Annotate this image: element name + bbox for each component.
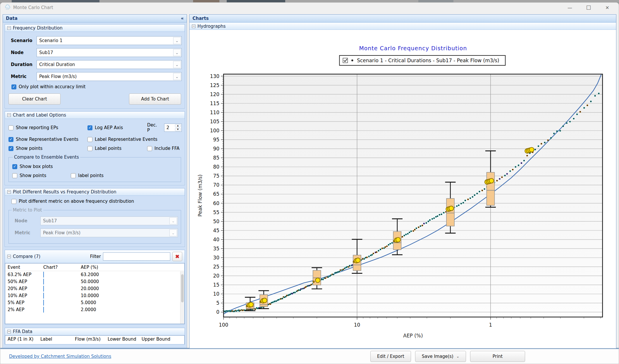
options-label-representative-events-label: Label Representative Events bbox=[95, 137, 157, 142]
y-axis-tick-label: 5 bbox=[216, 300, 219, 306]
options-log-aep-axis-checkbox[interactable] bbox=[87, 125, 92, 130]
frequency-metric-select[interactable]: Peak Flow (m3/s)⌄ bbox=[37, 72, 182, 81]
developer-credit-link[interactable]: Developed by Catchment Simulation Soluti… bbox=[9, 354, 111, 359]
compare-ensemble-group: Compare to Ensemble Events Show box plot… bbox=[8, 155, 181, 182]
chart-label-options-title: Chart and Label Options bbox=[13, 112, 66, 118]
legend-checkbox[interactable] bbox=[343, 58, 348, 63]
frequency-node-select[interactable]: Sub17⌄ bbox=[37, 48, 182, 57]
hydrographs-title: Hydrographs bbox=[197, 24, 226, 29]
table-row[interactable]: 5% AEP5.0000 bbox=[5, 299, 184, 306]
y-axis-tick-label: 95 bbox=[213, 137, 220, 143]
frequency-distribution-header[interactable]: − Frequency Distribution bbox=[5, 25, 185, 32]
only-plot-accuracy-checkbox[interactable] bbox=[11, 84, 16, 89]
compare-chart-checkbox[interactable] bbox=[43, 279, 44, 285]
collapse-section-icon[interactable]: − bbox=[7, 113, 11, 117]
chart-title: Monte Carlo Frequency Distribution bbox=[359, 45, 467, 51]
frequency-distribution-section: − Frequency Distribution ScenarioScenari… bbox=[5, 24, 185, 108]
plot-different-header[interactable]: − Plot Different Results vs Frequency Di… bbox=[5, 188, 185, 196]
dec-p-spinner[interactable]: 2▲▼ bbox=[164, 124, 182, 132]
table-row[interactable]: 20% AEP20.0000 bbox=[5, 285, 184, 292]
edit-export-button[interactable]: Edit / Export bbox=[370, 351, 411, 362]
metric-to-plot-title: Metric to Plot bbox=[12, 207, 43, 213]
add-to-chart-button[interactable]: Add To Chart bbox=[129, 93, 181, 105]
y-axis-tick-label: 100 bbox=[210, 128, 219, 134]
collapse-section-icon[interactable]: − bbox=[7, 190, 11, 194]
ensemble-label-points-checkbox[interactable] bbox=[71, 173, 76, 178]
options-label-representative-events-checkbox[interactable] bbox=[87, 137, 92, 142]
y-axis-tick-label: 55 bbox=[213, 209, 220, 215]
metric-to-plot-node-value: Sub17 bbox=[43, 218, 57, 223]
compare-aep-cell: 50.0000 bbox=[81, 279, 125, 284]
chevron-down-icon[interactable]: ⌄ bbox=[173, 49, 181, 56]
chevron-down-icon[interactable]: ⌄ bbox=[173, 37, 181, 44]
y-axis-tick-label: 80 bbox=[213, 164, 220, 170]
app-icon bbox=[4, 4, 11, 11]
ffa-column-label: Label bbox=[40, 337, 75, 342]
chevron-down-icon[interactable]: ⌄ bbox=[173, 61, 181, 68]
plot-different-metric-checkbox[interactable] bbox=[11, 199, 16, 204]
compare-chart-checkbox[interactable] bbox=[43, 300, 44, 306]
frequency-distribution-chart[interactable]: Monte Carlo Frequency DistributionScenar… bbox=[190, 30, 616, 348]
collapse-section-icon[interactable]: − bbox=[7, 330, 11, 333]
ensemble-show-box-plots-checkbox[interactable] bbox=[12, 164, 17, 169]
frequency-node-value: Sub17 bbox=[39, 50, 53, 55]
collapse-panel-icon[interactable]: « bbox=[181, 16, 184, 21]
y-axis-tick-label: 45 bbox=[213, 228, 220, 233]
collapse-section-icon[interactable]: − bbox=[7, 26, 11, 30]
collapse-section-icon[interactable]: − bbox=[192, 25, 195, 28]
compare-chart-checkbox[interactable] bbox=[43, 272, 44, 278]
window-title: Monte Carlo Chart bbox=[13, 5, 53, 10]
maximize-button[interactable]: ☐ bbox=[584, 4, 593, 11]
table-row[interactable]: 50% AEP50.0000 bbox=[5, 278, 184, 285]
table-row[interactable]: 63.2% AEP63.2000 bbox=[5, 271, 184, 278]
dec-p-label: Dec. P bbox=[147, 122, 161, 133]
y-axis-tick-label: 125 bbox=[210, 82, 219, 88]
frequency-scenario-label: Scenario bbox=[11, 38, 37, 43]
save-images-button[interactable]: Save Image(s) ⌄ bbox=[415, 351, 466, 362]
clear-filter-button[interactable]: ✖ bbox=[172, 252, 182, 261]
frequency-duration-select[interactable]: Critical Duration⌄ bbox=[37, 60, 182, 69]
spinner-down-icon[interactable]: ▼ bbox=[175, 128, 181, 131]
compare-chart-checkbox[interactable] bbox=[43, 293, 44, 299]
spinner-up-icon[interactable]: ▲ bbox=[175, 124, 181, 127]
compare-aep-cell: 63.2000 bbox=[81, 272, 125, 277]
filter-label: Filter bbox=[90, 254, 101, 259]
y-axis-tick-label: 50 bbox=[213, 219, 220, 224]
collapse-section-icon[interactable]: − bbox=[7, 255, 11, 258]
compare-chart-checkbox[interactable] bbox=[43, 307, 44, 313]
ensemble-show-points-checkbox[interactable] bbox=[12, 173, 17, 178]
chart-label-options-section: − Chart and Label Options Show reporting… bbox=[5, 111, 185, 185]
options-label-points-checkbox[interactable] bbox=[87, 146, 92, 151]
options-include-ffa-checkbox[interactable] bbox=[147, 146, 152, 151]
charts-panel: Charts − Hydrographs Monte Carlo Frequen… bbox=[189, 14, 616, 349]
compare-event-cell: 5% AEP bbox=[8, 300, 43, 305]
metric-to-plot-metric-label: Metric bbox=[15, 230, 40, 235]
table-row[interactable]: 10% AEP10.0000 bbox=[5, 292, 184, 299]
chart-label-options-header[interactable]: − Chart and Label Options bbox=[5, 112, 185, 119]
y-axis-tick-label: 115 bbox=[210, 100, 219, 106]
compare-chart-checkbox[interactable] bbox=[43, 286, 44, 292]
table-row[interactable]: 2% AEP2.0000 bbox=[5, 306, 184, 313]
options-show-reporting-eps-checkbox[interactable] bbox=[8, 125, 13, 130]
chevron-down-icon[interactable]: ⌄ bbox=[173, 73, 181, 80]
background-app-text-fragment bbox=[12, 0, 99, 2]
charts-panel-header: Charts bbox=[190, 15, 616, 22]
close-button[interactable]: ✕ bbox=[603, 5, 612, 11]
hydrographs-header[interactable]: − Hydrographs bbox=[190, 22, 616, 30]
ffa-column-upper-bound: Upper Bound bbox=[142, 337, 184, 342]
filter-input[interactable] bbox=[103, 252, 170, 261]
x-axis-title: AEP (%) bbox=[403, 333, 423, 339]
options-show-points-checkbox[interactable] bbox=[8, 146, 13, 151]
minimize-button[interactable]: — bbox=[565, 5, 574, 11]
compare-title: Compare (7) bbox=[13, 254, 40, 259]
y-axis-tick-label: 20 bbox=[213, 273, 220, 279]
options-show-representative-events-checkbox[interactable] bbox=[8, 137, 13, 142]
print-button[interactable]: Print bbox=[470, 351, 525, 362]
clear-chart-button[interactable]: Clear Chart bbox=[8, 93, 61, 105]
ffa-data-header[interactable]: − FFA Data bbox=[5, 328, 185, 335]
y-axis-tick-label: 0 bbox=[216, 309, 219, 315]
frequency-scenario-select[interactable]: Scenario 1⌄ bbox=[37, 36, 182, 45]
compare-table-scrollbar[interactable] bbox=[180, 271, 184, 324]
options-show-representative-events-label: Show Representative Events bbox=[16, 137, 78, 142]
frequency-duration-value: Critical Duration bbox=[39, 62, 75, 67]
